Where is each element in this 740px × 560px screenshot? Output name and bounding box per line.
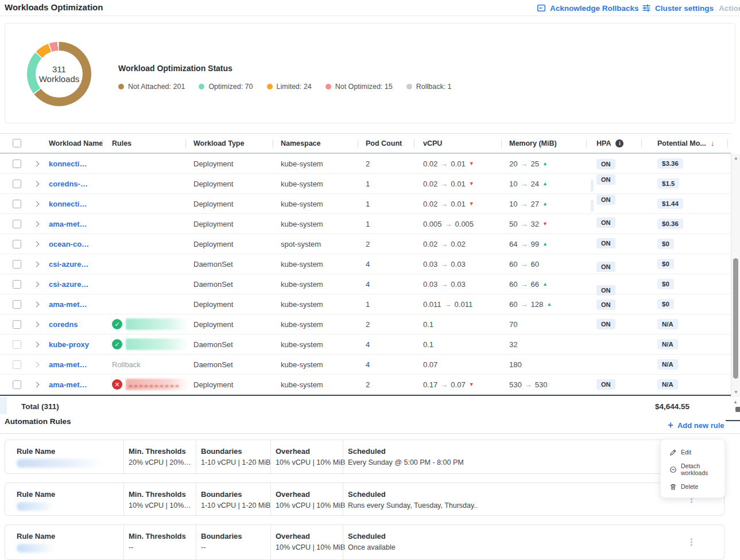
rule-error-icon: ✕: [112, 379, 122, 390]
expand-chevron-icon[interactable]: [34, 361, 40, 367]
expand-chevron-icon[interactable]: [34, 161, 40, 166]
total-row-scrollbar[interactable]: [731, 399, 740, 417]
expand-chevron-icon[interactable]: [34, 301, 40, 307]
total-label: Total (311): [21, 402, 59, 411]
expand-chevron-icon[interactable]: [34, 261, 40, 267]
redacted-rule-name: [126, 339, 189, 350]
status-legend: Not Attached: 201 Optimized: 70 Limited:…: [118, 83, 452, 91]
workload-name-link[interactable]: ama-met…: [49, 220, 87, 228]
workload-name-link[interactable]: csi-azure…: [49, 260, 88, 269]
expand-chevron-icon[interactable]: [34, 221, 40, 227]
expand-chevron-icon[interactable]: [34, 341, 40, 347]
expand-chevron-icon[interactable]: [34, 382, 40, 387]
scroll-down-arrow-icon[interactable]: [731, 389, 740, 396]
row-checkbox[interactable]: [13, 160, 21, 168]
table-row: kube-proxy ✓ DaemonSet kube-system 4 0.1…: [0, 335, 731, 355]
workload-type: Deployment: [191, 300, 278, 309]
menu-item-delete[interactable]: Delete: [661, 478, 724, 495]
arrow-right-icon: [442, 220, 455, 228]
vcpu-cell: 0.020.02: [420, 240, 507, 248]
scrollbar-thumb[interactable]: [735, 407, 740, 412]
trend-down-icon: [469, 201, 474, 207]
vcpu-cell: 0.030.03: [420, 260, 507, 269]
rule-rollback-status: Rollback: [112, 360, 141, 369]
row-checkbox[interactable]: [13, 380, 21, 389]
table-row: ama-met… ✕ Deployment kube-system 2 0.17…: [0, 375, 731, 395]
arrow-right-icon: [437, 180, 451, 188]
row-checkbox[interactable]: [13, 200, 21, 208]
row-checkbox[interactable]: [13, 360, 21, 369]
scrollbar-thumb[interactable]: [733, 258, 738, 379]
rule-menu-kebab-icon[interactable]: [689, 537, 694, 548]
row-checkbox[interactable]: [13, 260, 21, 269]
pod-count: 4: [363, 340, 420, 349]
expand-chevron-icon[interactable]: [34, 181, 40, 186]
row-checkbox[interactable]: [13, 340, 21, 349]
sliders-icon: [642, 3, 651, 13]
scroll-up-arrow-icon[interactable]: [731, 399, 740, 405]
arrow-right-icon: [522, 380, 535, 389]
row-checkbox[interactable]: [13, 180, 21, 188]
rule-attached-check-icon: ✓: [112, 319, 122, 329]
pod-count: 4: [363, 280, 420, 289]
cluster-settings-label: Cluster settings: [655, 4, 714, 13]
hpa-badge: ON: [596, 285, 615, 295]
workload-name-link[interactable]: konnecti…: [49, 160, 87, 168]
column-header-potential-savings[interactable]: Potential Mo...: [647, 139, 731, 147]
potential-savings-badge: $3.36: [657, 158, 683, 169]
acknowledge-rollbacks-button[interactable]: Acknowledge Rollbacks: [537, 0, 639, 16]
redacted-rule-name: [17, 459, 103, 468]
arrow-right-icon: [517, 260, 530, 269]
min-thresholds-value: 20% vCPU | 20%…: [129, 458, 191, 466]
table-scrollbar[interactable]: [731, 154, 740, 397]
expand-chevron-icon[interactable]: [34, 281, 40, 287]
min-thresholds-value: --: [129, 543, 191, 551]
plus-icon: [668, 419, 673, 431]
add-new-rule-button[interactable]: Add new rule: [668, 419, 724, 431]
workload-name-link[interactable]: kube-proxy: [49, 340, 89, 349]
scroll-up-arrow-icon[interactable]: [731, 155, 740, 162]
arrow-right-icon: [517, 300, 530, 309]
row-checkbox[interactable]: [13, 300, 21, 309]
vcpu-cell: 0.07: [420, 360, 507, 369]
action-button: Action: [719, 0, 740, 16]
workload-name-link[interactable]: ama-met…: [49, 360, 87, 369]
redacted-rule-name: [126, 318, 189, 330]
donut-center-label: 311 Workloads: [27, 42, 91, 106]
expand-chevron-icon[interactable]: [34, 241, 40, 247]
hpa-info-icon[interactable]: [615, 139, 623, 147]
pod-count: 4: [363, 360, 420, 369]
workload-name-link[interactable]: csi-azure…: [49, 280, 88, 289]
row-checkbox[interactable]: [13, 320, 21, 329]
workload-type: DaemonSet: [191, 280, 278, 289]
trend-up-icon: [543, 181, 548, 186]
workload-name-link[interactable]: ocean-co…: [49, 240, 89, 248]
rule-context-menu: Edit Detach workloads Delete: [660, 439, 725, 498]
total-savings-value: $4,644.55: [655, 402, 689, 411]
pod-count: 4: [363, 260, 420, 269]
scheduled-value: Once available: [348, 543, 719, 551]
row-checkbox[interactable]: [13, 280, 21, 289]
redacted-rule-name: [126, 379, 189, 390]
arrow-right-icon: [437, 200, 451, 208]
workload-name-link[interactable]: ama-met…: [49, 380, 87, 389]
cluster-settings-button[interactable]: Cluster settings: [642, 0, 714, 16]
workload-type: DaemonSet: [191, 340, 278, 349]
potential-savings-badge: $0: [657, 259, 674, 269]
row-checkbox[interactable]: [13, 240, 21, 248]
expand-chevron-icon[interactable]: [34, 201, 40, 207]
sort-descending-icon[interactable]: [711, 139, 715, 147]
menu-item-edit[interactable]: Edit: [661, 444, 724, 461]
workload-name-link[interactable]: coredns: [49, 320, 78, 329]
workload-name-link[interactable]: konnecti…: [49, 200, 87, 208]
workload-name-link[interactable]: coredns-…: [49, 180, 88, 188]
trend-up-icon: [543, 241, 548, 247]
row-checkbox[interactable]: [13, 220, 21, 228]
workload-name-link[interactable]: ama-met…: [49, 300, 87, 309]
scheduled-label: Scheduled: [348, 532, 719, 540]
select-all-checkbox[interactable]: [13, 139, 21, 147]
menu-item-detach-workloads[interactable]: Detach workloads: [661, 461, 724, 478]
vcpu-cell: 0.1: [420, 340, 507, 349]
workload-status-donut-chart: 311 Workloads: [27, 42, 91, 106]
expand-chevron-icon[interactable]: [34, 321, 40, 327]
